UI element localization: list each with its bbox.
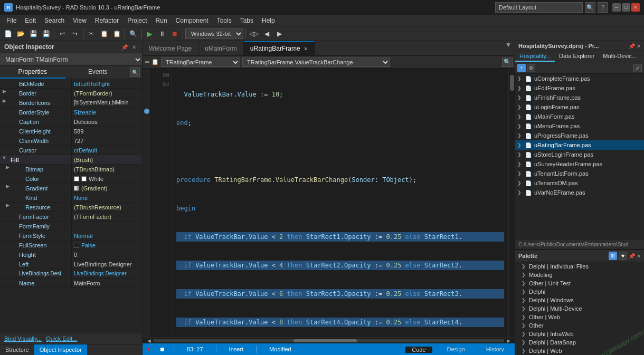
prop-row-borderstyle[interactable]: BorderStyle Sizeable xyxy=(0,108,142,117)
palette-item-other[interactable]: ❯ Other xyxy=(515,321,644,330)
prop-row-resource[interactable]: ▶ Resource (TBrushResource) xyxy=(0,203,142,212)
ft-item-ufinishframe[interactable]: ❯ 📄 uFinishFrame.pas xyxy=(515,93,644,102)
expand-icon[interactable]: ▶ xyxy=(0,203,8,208)
editor-class-select[interactable]: TRatingBarFrame xyxy=(161,57,240,67)
menu-item-refactor[interactable]: Refactor xyxy=(91,15,123,26)
palette-item-delphi-web[interactable]: ❯ Delphi | Web xyxy=(515,347,644,355)
menu-item-component[interactable]: Component xyxy=(172,15,213,26)
palette-item-modeling[interactable]: ❯ Modeling xyxy=(515,271,644,279)
prop-row-kind[interactable]: Kind None xyxy=(0,193,142,203)
prop-row-name[interactable]: Name MainForm xyxy=(0,279,142,288)
rp-close-button[interactable]: ✕ xyxy=(637,43,641,49)
prop-row-caption[interactable]: Caption Delicious xyxy=(0,117,142,127)
oi-bottom-tab-structure[interactable]: Structure xyxy=(0,344,34,355)
prop-row-bordericons[interactable]: ▶ BorderIcons [biSystemMenu,biMinin xyxy=(0,98,142,108)
palette-item-other-unittest[interactable]: ❯ Other | Unit Test xyxy=(515,279,644,287)
quick-edit-button[interactable]: Quick Edit... xyxy=(46,335,77,342)
platform-select[interactable]: Windows 32-bit Windows 64-bit xyxy=(185,28,243,39)
expand-icon[interactable]: ▶ xyxy=(0,98,8,103)
hscroll-left-button[interactable]: ◀ xyxy=(145,338,153,343)
new-button[interactable]: 📄 xyxy=(2,28,14,40)
hscroll-track[interactable] xyxy=(153,339,504,342)
bind-visually-button[interactable]: Bind Visually... xyxy=(4,335,42,342)
prop-row-clientwidth[interactable]: ClientWidth 727 xyxy=(0,136,142,146)
prop-row-formfamily[interactable]: FormFamily xyxy=(0,222,142,231)
back-button[interactable]: ◀ xyxy=(261,28,272,40)
ft-item-utenantlistform[interactable]: ❯ 📄 uTenantListForm.pas xyxy=(515,169,644,178)
prop-row-color[interactable]: Color White xyxy=(0,174,142,184)
prop-row-height[interactable]: Height 0 xyxy=(0,250,142,260)
editor-hscroll[interactable]: ◀ ▶ xyxy=(143,337,515,343)
editor-bottom-tab-history[interactable]: History xyxy=(480,346,510,352)
editor-bottom-tab-code[interactable]: Code xyxy=(405,346,432,353)
vertical-scrollbar[interactable] xyxy=(508,69,515,337)
prop-row-livebindings[interactable]: LiveBindings Desi LiveBindings Designer xyxy=(0,269,142,279)
ft-item-uvarnoframe[interactable]: ❯ 📄 uVarNoEFrame.pas xyxy=(515,188,644,197)
ft-item-umenuframe[interactable]: ❯ 📄 uMenuFrame.pas xyxy=(515,121,644,131)
toggle-button[interactable]: ◁▷ xyxy=(248,28,260,40)
undo-button[interactable]: ↩ xyxy=(56,28,68,40)
oi-class-select[interactable]: MainForm TMainForm xyxy=(0,53,142,66)
palette-item-delphi[interactable]: ❯ Delphi xyxy=(515,287,644,296)
close-button[interactable]: ✕ xyxy=(631,3,640,12)
oi-search-icon[interactable]: 🔍 xyxy=(130,68,140,77)
ft-item-ustoreloginframe[interactable]: ❯ 📄 uStoreLoginFrame.pas xyxy=(515,150,644,159)
oi-tab-properties[interactable]: Properties xyxy=(0,66,65,79)
search-icon[interactable]: 🔍 xyxy=(585,2,595,13)
cut-button[interactable]: ✂ xyxy=(86,28,97,40)
oi-pin-button[interactable]: 📌 xyxy=(121,43,128,51)
palette-pin-button[interactable]: 📌 xyxy=(629,252,635,260)
prop-row-fill[interactable]: ▼ Fill (Brush) xyxy=(0,155,142,165)
palette-btn-1[interactable]: ⊞ xyxy=(609,252,617,260)
menu-item-run[interactable]: Run xyxy=(151,15,172,26)
editor-bottom-tab-design[interactable]: Design xyxy=(441,346,471,352)
editor-tab-welcomepage[interactable]: Welcome Page xyxy=(143,41,198,55)
save-all-button[interactable]: 💾 xyxy=(40,28,52,40)
editor-tab-close-icon[interactable]: ✕ xyxy=(304,46,308,52)
help-icon[interactable]: ? xyxy=(598,2,608,13)
stop-button[interactable]: ⏹ xyxy=(169,28,181,40)
rp-pin-button[interactable]: 📌 xyxy=(629,43,635,49)
editor-search-icon[interactable]: 🔍 xyxy=(502,57,513,67)
prop-row-gradient[interactable]: ▶ Gradient (Gradient) xyxy=(0,184,142,193)
run-button[interactable]: ▶ xyxy=(144,28,155,40)
ft-item-umainform[interactable]: ❯ 📄 uMainForm.pas xyxy=(515,112,644,121)
oi-close-button[interactable]: ✕ xyxy=(130,43,138,51)
hscroll-right-button[interactable]: ▶ xyxy=(504,338,513,343)
palette-item-other-web[interactable]: ❯ Other | Web xyxy=(515,313,644,321)
minimize-button[interactable]: ─ xyxy=(612,3,621,12)
prop-row-formfactor[interactable]: FormFactor (TFormFactor) xyxy=(0,212,142,222)
menu-item-help[interactable]: Help xyxy=(258,15,279,26)
palette-item-delphi-datasnap[interactable]: ❯ Delphi | DataSnap xyxy=(515,338,644,347)
expand-icon[interactable]: ▼ xyxy=(0,155,8,160)
rp-add-button[interactable]: + xyxy=(517,64,526,72)
expand-icon[interactable]: ▶ xyxy=(0,184,8,189)
ft-item-usurveyheaderframe[interactable]: ❯ 📄 uSurveyHeaderFrame.pas xyxy=(515,159,644,169)
menu-item-edit[interactable]: Edit xyxy=(21,15,40,26)
editor-toolbar-nav-icon[interactable]: ⬅ xyxy=(145,59,149,65)
layout-select[interactable] xyxy=(495,2,583,13)
menu-item-view[interactable]: View xyxy=(69,15,91,26)
paste-button[interactable]: 📋 xyxy=(111,28,122,40)
palette-item-delphi-intraweb[interactable]: ❯ Delphi | IntraWeb xyxy=(515,330,644,338)
search-button[interactable]: 🔍 xyxy=(127,28,139,40)
maximize-button[interactable]: □ xyxy=(622,3,630,12)
editor-tab-chevron[interactable]: ▼ xyxy=(502,41,515,55)
prop-row-cursor[interactable]: Cursor crDefault xyxy=(0,146,142,155)
palette-item-delphi-windows[interactable]: ❯ Delphi | Windows xyxy=(515,296,644,304)
rp-tab-dataexplorer[interactable]: Data Explorer xyxy=(555,51,599,62)
code-area[interactable]: 80 84 ValueTrackBar.Value := 10; end; pr… xyxy=(143,69,515,337)
prop-row-clientheight[interactable]: ClientHeight 589 xyxy=(0,127,142,136)
menu-item-tools[interactable]: Tools xyxy=(213,15,236,26)
prop-row-bitmap[interactable]: ▶ Bitmap (TBrushBitmap) xyxy=(0,165,142,174)
editor-tab-uratingbarframe[interactable]: uRatingBarFrame ✕ xyxy=(244,41,315,55)
menu-item-project[interactable]: Project xyxy=(123,15,151,26)
ft-item-uloginframe[interactable]: ❯ 📄 uLoginFrame.pas xyxy=(515,102,644,112)
editor-toolbar-history-icon[interactable]: 📋 xyxy=(151,59,159,65)
expand-icon[interactable]: ▶ xyxy=(0,89,8,94)
prop-row-bidimode[interactable]: BiDiMode bdLeftToRight xyxy=(0,79,142,89)
editor-tab-umainform[interactable]: uMainForm xyxy=(198,41,244,55)
ft-item-ueditframe[interactable]: ❯ 📄 uEditFrame.pas xyxy=(515,83,644,93)
ft-item-uprogressframe[interactable]: ❯ 📄 uProgressFrame.pas xyxy=(515,131,644,140)
ft-item-utenantsdm[interactable]: ❯ 📄 uTenantsDM.pas xyxy=(515,178,644,188)
